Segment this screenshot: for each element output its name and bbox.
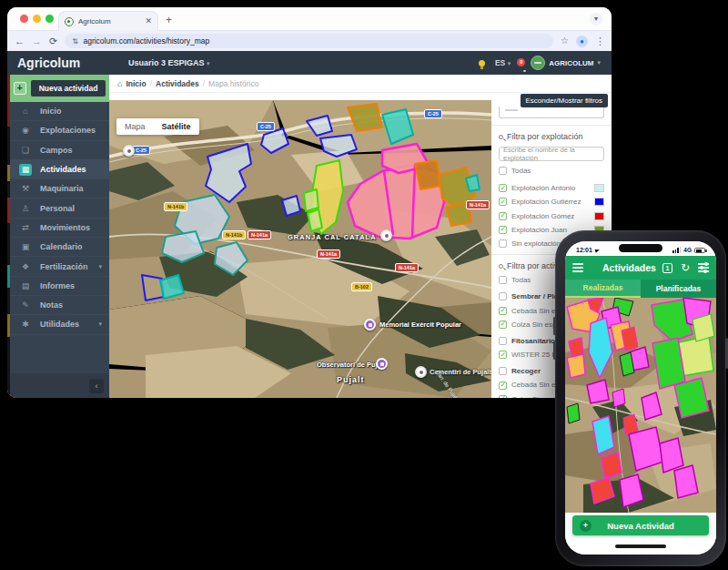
bookmark-star-icon[interactable]: ☆ xyxy=(561,36,569,46)
account-menu[interactable]: AGRICOLUM ▾ xyxy=(531,56,601,70)
browser-menu-icon[interactable]: ⋮ xyxy=(595,36,604,46)
phone-action-bar: + Nueva Actividad xyxy=(565,513,716,538)
poi-marker[interactable] xyxy=(123,145,135,157)
activities-icon: ▦ xyxy=(19,164,32,176)
phone-mockup: 12:01 4G Actividades 1 ↻ Realizadas Plan… xyxy=(555,230,726,566)
sidebar-item-calendario[interactable]: ▣Calendario xyxy=(10,238,109,257)
poi-label-memorial[interactable]: Memorial Exèrcit Popular xyxy=(379,321,461,329)
tab-planificadas[interactable]: Planificadas xyxy=(641,280,716,298)
refresh-icon[interactable]: ↻ xyxy=(681,262,690,273)
forward-icon[interactable]: → xyxy=(32,36,42,46)
breadcrumb-inicio[interactable]: Inicio xyxy=(126,79,146,88)
checkbox[interactable] xyxy=(499,292,507,300)
sidebar-item-campos[interactable]: ❏Campos xyxy=(10,141,109,160)
language-selector[interactable]: ES ▾ xyxy=(495,58,511,67)
globe-icon: ◉ xyxy=(19,126,32,135)
map-button[interactable]: Mapa xyxy=(116,118,154,135)
maximize-window-button[interactable] xyxy=(46,15,54,23)
user-menu-label: Usuario 3 ESPIGAS xyxy=(128,58,205,67)
breadcrumb-actividades[interactable]: Actividades xyxy=(156,79,199,88)
new-activity-button[interactable]: Nueva actividad xyxy=(31,80,106,97)
poi-marker[interactable] xyxy=(376,358,388,370)
menu-icon[interactable] xyxy=(572,263,583,271)
checkbox-row-explotacion[interactable]: Explotación Antonio xyxy=(499,184,604,192)
sidebar-item-fertilizacion[interactable]: ❖Fertilización▾ xyxy=(10,257,109,276)
checkbox[interactable] xyxy=(499,198,507,206)
user-menu[interactable]: Usuario 3 ESPIGAS ▾ xyxy=(128,58,210,67)
new-activity-mobile-button[interactable]: + Nueva Actividad xyxy=(572,515,709,535)
filter-sliders-icon[interactable] xyxy=(698,263,709,272)
checkbox[interactable] xyxy=(499,167,507,175)
tab-close-icon[interactable]: ✕ xyxy=(145,17,152,25)
home-icon: ⌂ xyxy=(19,107,32,116)
app-brand[interactable]: Agricolum xyxy=(17,56,105,70)
map-canvas[interactable] xyxy=(109,100,491,398)
checkbox[interactable] xyxy=(499,276,507,284)
phone-map[interactable] xyxy=(565,298,716,513)
poi-marker[interactable] xyxy=(380,229,392,241)
browser-profile-icon[interactable]: ● xyxy=(576,36,588,47)
town-label-pujalt[interactable]: Pujalt xyxy=(337,375,365,384)
sidebar-item-label: Calendario xyxy=(40,242,83,251)
history-map[interactable]: C-25 C-25 C-25 N-141b N-141b N-141a N-14… xyxy=(109,100,491,398)
sidebar-item-inicio[interactable]: ⌂Inicio xyxy=(10,102,109,121)
window-controls xyxy=(20,15,54,23)
sidebar-item-movimientos[interactable]: ⇄Movimientos xyxy=(10,219,109,238)
address-bar[interactable]: ⇅ agricolum.com/activities/history_map xyxy=(65,34,553,48)
checkbox[interactable] xyxy=(499,239,507,248)
road-shield: C-25 xyxy=(257,122,275,131)
tips-bulb-icon[interactable] xyxy=(479,60,485,66)
site-info-icon[interactable]: ⇅ xyxy=(72,37,77,46)
sidebar-item-maquinaria[interactable]: ⚒Maquinaria xyxy=(10,179,109,198)
phone-app-header: Actividades 1 ↻ xyxy=(565,256,716,280)
sidebar-item-notas[interactable]: ✎Notas xyxy=(10,296,109,315)
road-shield: N-141a xyxy=(248,230,271,239)
home-indicator[interactable] xyxy=(615,545,666,548)
explotacion-search-input[interactable]: Escribe el nombre de la explotación xyxy=(499,147,604,161)
sidebar-item-actividades[interactable]: ▦Actividades xyxy=(10,160,109,179)
poi-marker[interactable] xyxy=(415,366,427,378)
sidebar-item-utilidades[interactable]: ✱Utilidades▾ xyxy=(10,315,109,334)
checkbox[interactable] xyxy=(499,184,507,192)
layers-badge-icon[interactable]: 1 xyxy=(662,263,672,273)
checkbox-label: Todas xyxy=(511,276,531,284)
checkbox[interactable] xyxy=(499,337,507,345)
checkbox-row-todas-explotacion[interactable]: Todas xyxy=(499,167,604,175)
checkbox[interactable] xyxy=(499,212,507,220)
sidebar-item-label: Informes xyxy=(40,281,75,290)
tab-realizadas[interactable]: Realizadas xyxy=(565,280,641,298)
close-window-button[interactable] xyxy=(20,15,28,23)
road-shield: C-25 xyxy=(424,109,442,118)
color-swatch xyxy=(594,198,604,206)
checkbox-row-explotacion[interactable]: Explotación Gutiérrez xyxy=(499,198,604,206)
filter-select-partial[interactable] xyxy=(499,107,604,118)
satellite-button[interactable]: Satélite xyxy=(154,118,199,135)
collapse-sidebar-button[interactable]: ‹ xyxy=(89,379,104,393)
browser-tab[interactable]: Agricolum ✕ xyxy=(58,11,158,31)
plus-icon[interactable]: + xyxy=(14,82,26,95)
checkbox[interactable] xyxy=(499,226,507,234)
sidebar-item-personal[interactable]: ♙Personal xyxy=(10,198,109,218)
checkbox[interactable] xyxy=(499,321,507,329)
poi-marker[interactable] xyxy=(364,319,376,331)
tab-search-icon[interactable]: ▾ xyxy=(590,13,602,25)
poi-label-granja[interactable]: GRANJA CAL CATALÀ xyxy=(288,233,377,241)
color-swatch xyxy=(594,184,604,192)
checkbox[interactable] xyxy=(499,351,507,359)
phone-page-title: Actividades xyxy=(602,262,656,273)
toggle-filters-button[interactable]: Esconder/Mostrar filtros xyxy=(521,94,608,107)
road-shield: N-141b xyxy=(222,230,246,239)
checkbox-row-explotacion[interactable]: Explotación Gómez xyxy=(499,212,604,220)
phone-map-canvas[interactable] xyxy=(565,298,716,513)
sidebar-item-informes[interactable]: ▤Informes xyxy=(10,277,109,296)
back-icon[interactable]: ← xyxy=(15,36,25,46)
checkbox[interactable] xyxy=(499,395,507,398)
checkbox[interactable] xyxy=(499,367,507,375)
checkbox[interactable] xyxy=(499,307,507,315)
reload-icon[interactable]: ⟳ xyxy=(49,36,57,46)
sidebar-item-label: Movimientos xyxy=(40,223,90,232)
checkbox[interactable] xyxy=(499,382,507,390)
sidebar-item-explotaciones[interactable]: ◉Explotaciones xyxy=(10,121,109,140)
minimize-window-button[interactable] xyxy=(33,15,41,23)
new-tab-button[interactable]: + xyxy=(166,14,172,26)
